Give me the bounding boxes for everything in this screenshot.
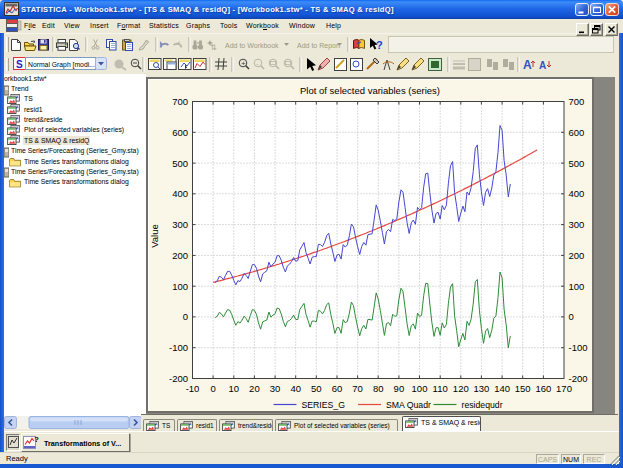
svg-text:100: 100 xyxy=(569,281,585,292)
svg-text:-100: -100 xyxy=(569,342,588,353)
svg-text:30: 30 xyxy=(270,383,281,394)
svg-text:40: 40 xyxy=(290,383,301,394)
svg-text:60: 60 xyxy=(332,383,343,394)
svg-text:Add to Report: Add to Report xyxy=(297,42,340,50)
svg-text:400: 400 xyxy=(569,188,585,199)
svg-text:-100: -100 xyxy=(169,342,188,353)
svg-text:300: 300 xyxy=(172,219,188,230)
svg-text:150: 150 xyxy=(515,383,531,394)
svg-text:500: 500 xyxy=(569,158,585,169)
svg-text:130: 130 xyxy=(473,383,489,394)
svg-text:residequdr: residequdr xyxy=(462,400,503,410)
svg-text:A: A xyxy=(523,58,532,72)
svg-text:-: - xyxy=(256,59,259,68)
svg-text:+: + xyxy=(241,59,246,68)
svg-text:0: 0 xyxy=(183,311,188,322)
svg-text:500: 500 xyxy=(172,158,188,169)
svg-text:100: 100 xyxy=(172,281,188,292)
svg-text:50: 50 xyxy=(311,383,322,394)
svg-text:200: 200 xyxy=(569,250,585,261)
svg-text:300: 300 xyxy=(569,219,585,230)
svg-text:160: 160 xyxy=(535,383,551,394)
svg-text:Add to Workbook: Add to Workbook xyxy=(225,42,279,49)
svg-text:SMA Quadr: SMA Quadr xyxy=(386,400,431,410)
svg-text:10: 10 xyxy=(229,383,240,394)
svg-text:140: 140 xyxy=(494,383,510,394)
svg-text:600: 600 xyxy=(569,127,585,138)
svg-text:100: 100 xyxy=(412,383,428,394)
svg-text:0: 0 xyxy=(569,311,574,322)
svg-text:Plot of selected variables (se: Plot of selected variables (series) xyxy=(300,85,440,96)
svg-text:400: 400 xyxy=(172,188,188,199)
svg-text:110: 110 xyxy=(433,383,448,394)
svg-text:200: 200 xyxy=(172,250,188,261)
svg-text:70: 70 xyxy=(352,383,363,394)
svg-text:S: S xyxy=(16,59,23,70)
svg-text:0: 0 xyxy=(210,383,215,394)
svg-text:SERIES_G: SERIES_G xyxy=(302,400,346,410)
svg-text:Value: Value xyxy=(149,224,160,248)
svg-text:Normal Graph [modi...: Normal Graph [modi... xyxy=(28,61,95,69)
svg-text:120: 120 xyxy=(453,383,469,394)
svg-text:700: 700 xyxy=(172,96,188,107)
svg-text:20: 20 xyxy=(249,383,260,394)
svg-text:?: ? xyxy=(34,435,39,444)
svg-text:⇅: ⇅ xyxy=(210,43,217,52)
svg-text:-10: -10 xyxy=(186,383,200,394)
svg-text:170: 170 xyxy=(556,383,572,394)
svg-text:80: 80 xyxy=(373,383,384,394)
svg-text:600: 600 xyxy=(172,127,188,138)
svg-text:A: A xyxy=(539,60,546,71)
svg-text:700: 700 xyxy=(569,96,585,107)
svg-text:?: ? xyxy=(376,39,383,51)
svg-text:90: 90 xyxy=(394,383,405,394)
